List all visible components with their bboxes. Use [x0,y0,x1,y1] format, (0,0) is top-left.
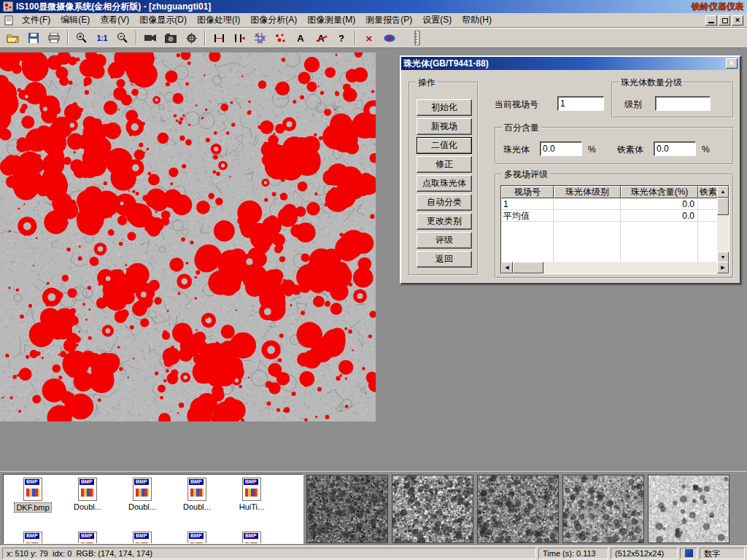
file-name[interactable]: Doubl... [182,502,212,511]
video-capture-button[interactable] [141,29,160,47]
vertical-scrollbar[interactable]: ▲ ▼ [717,186,729,263]
pearlite-percent-input[interactable] [540,141,582,156]
document-icon[interactable] [4,15,14,26]
delete-measure-button[interactable]: × [360,29,379,47]
menu-view[interactable]: 查看(V) [95,12,134,28]
dialog-close-button[interactable]: × [726,58,738,69]
auto-classify-button[interactable]: 自动分类 [417,194,472,211]
delete-text-button[interactable]: A [311,29,330,47]
capture-target-button[interactable] [182,29,201,47]
dialog-title-bar[interactable]: 珠光体(GB/T9441-88) × [401,57,740,70]
ruler-button[interactable] [408,29,427,47]
menu-edit[interactable]: 编辑(E) [55,12,95,28]
camera-button[interactable] [161,29,180,47]
thumbnail-3[interactable] [477,475,559,543]
file-list[interactable]: BMP DKF.bmp BMP Doubl... BMP Doubl... BM… [3,474,303,544]
mdi-close-button[interactable]: × [732,15,743,26]
table-cell-field-avg[interactable]: 平均值 [501,210,552,222]
toolbar: 1:1 A A ? × [0,28,747,48]
file-item[interactable]: BMP Doubl... [61,478,114,512]
scroll-up-button[interactable]: ▲ [717,186,729,198]
init-button[interactable]: 初始化 [417,99,472,116]
menu-image-analysis[interactable]: 图像分析(A) [245,12,302,28]
scrollbar-thumb[interactable] [513,262,543,273]
annotate-text-button[interactable]: A [291,29,310,47]
mdi-restore-button[interactable] [719,15,730,26]
binarize-button[interactable]: 二值化 [417,137,472,154]
scrollbar-thumb[interactable] [717,198,729,215]
scroll-right-button[interactable]: ▶ [717,262,729,273]
save-button[interactable] [24,29,43,47]
column-header-field[interactable]: 视场号 [501,186,554,198]
horizontal-scrollbar[interactable]: ◀ ▶ [501,262,729,273]
menu-settings[interactable]: 设置(S) [417,12,457,28]
letter-a-strike-icon: A [317,33,324,44]
particle-rating-button[interactable] [271,29,290,47]
change-class-button[interactable]: 更改类别 [417,213,472,230]
thumbnail-2[interactable] [392,475,473,543]
file-name[interactable]: DKF.bmp [14,502,51,513]
up-arrow-icon: ▲ [721,189,726,194]
return-button[interactable]: 返回 [417,251,472,268]
print-button[interactable] [44,29,63,47]
menu-image-process[interactable]: 图像处理(I) [192,12,245,28]
file-name[interactable]: Doubl... [127,502,158,511]
level-label: 级别 [624,99,642,109]
grid-icon [255,33,266,44]
rating-table[interactable]: 视场号 珠光体级别 珠光体含量(%) 铁素 1 0.0 平均值 0.0 ▲ [500,185,729,274]
group-label: 珠光体数量分级 [619,77,684,88]
open-button[interactable] [4,29,23,47]
bmp-file-icon: BMP [133,532,152,544]
ferrite-percent-input[interactable] [654,141,696,156]
scroll-left-button[interactable]: ◀ [501,262,513,273]
pick-pearlite-button[interactable]: 点取珠光体 [417,175,472,192]
correct-button[interactable]: 修正 [417,156,472,173]
table-cell-pearlite-1[interactable]: 0.0 [621,198,697,210]
menu-file[interactable]: 文件(F) [17,12,55,28]
thumbnail-1[interactable] [306,475,388,543]
zoom-in-button[interactable] [72,29,91,47]
grid-rating-button[interactable] [250,29,269,47]
title-bar: IS100显微摄像系统(金相分析版) - [zhuguangti01] 铁岭仪器… [0,0,747,13]
actual-size-button[interactable]: 1:1 [93,29,112,47]
file-item[interactable]: BMP Doubl... [116,478,169,512]
column-header-grade[interactable]: 珠光体级别 [554,186,621,198]
mdi-minimize-button[interactable] [705,15,717,26]
menu-measure-report[interactable]: 测量报告(P) [360,12,417,28]
current-field-input[interactable] [557,96,604,111]
thumbnail-5[interactable] [648,475,729,543]
preview-button[interactable] [380,29,399,47]
file-name[interactable]: HuiTi... [238,502,266,511]
printer-icon [48,33,60,43]
zoom-out-button[interactable] [113,29,132,47]
table-cell-field-1[interactable]: 1 [501,198,552,210]
rate-button[interactable]: 评级 [417,232,472,249]
workspace: 珠光体(GB/T9441-88) × 操作 初始化 新视场 二值化 修正 点取珠… [0,48,747,471]
gridline [620,198,621,263]
measure-point-button[interactable] [230,29,249,47]
file-item-partial[interactable]: BMP [225,532,278,544]
menu-help[interactable]: 帮助(H) [457,12,497,28]
file-name[interactable]: Doubl... [72,502,103,511]
measure-length-button[interactable] [209,29,228,47]
file-item-partial[interactable]: BMP [116,532,169,544]
new-field-button[interactable]: 新视场 [417,118,472,135]
file-item[interactable]: BMP HuiTi... [225,478,278,512]
column-header-ferrite[interactable]: 铁素 [698,186,719,198]
menu-image-measure[interactable]: 图像测量(M) [302,12,360,28]
toolbar-separator [355,31,356,45]
bmp-file-icon: BMP [133,478,152,501]
thumbnail-4[interactable] [562,475,644,543]
file-item-partial[interactable]: BMP [171,532,223,544]
menu-image-display[interactable]: 图像显示(D) [134,12,192,28]
column-header-pearlite[interactable]: 珠光体含量(%) [621,186,698,198]
micrograph-image[interactable] [0,52,376,421]
help-button[interactable]: ? [332,29,351,47]
file-item-partial[interactable]: BMP [61,532,114,544]
level-input[interactable] [655,96,711,111]
file-item[interactable]: BMP Doubl... [171,478,223,512]
bmp-art [245,489,258,497]
table-cell-pearlite-avg[interactable]: 0.0 [621,210,697,222]
file-item[interactable]: BMP DKF.bmp [7,478,59,513]
file-item-partial[interactable]: BMP [7,532,59,544]
